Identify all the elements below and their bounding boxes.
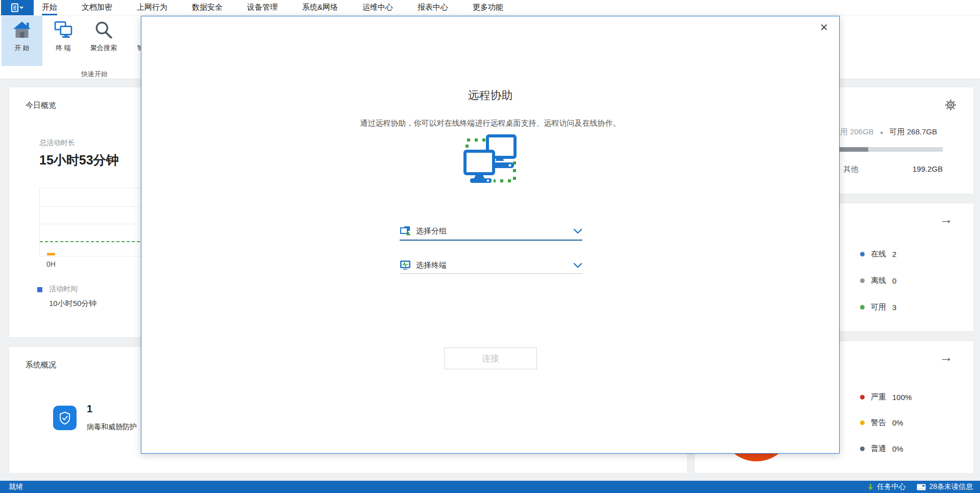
terminal-icon	[53, 21, 74, 38]
online-dot	[860, 252, 865, 256]
system-card-title: 系统概况	[26, 360, 56, 370]
dialog-title: 远程协助	[141, 88, 839, 103]
virus-protection-count: 1	[87, 403, 92, 415]
total-activity-label: 总活动时长	[39, 138, 75, 148]
select-terminal-dropdown[interactable]: 选择终端	[400, 257, 582, 274]
shield-check-icon	[57, 409, 72, 427]
virus-protection-tile[interactable]	[53, 406, 77, 430]
disk-other-label: 其他	[843, 165, 859, 174]
toolbar-terminal-button[interactable]: 终 端	[47, 16, 80, 66]
remote-assist-illustration	[462, 134, 519, 187]
total-activity-value: 15小时53分钟	[39, 152, 119, 169]
available-dot	[860, 305, 865, 310]
dialog-subtitle: 通过远程协助，你可以对在线终端进行远程桌面支持、远程访问及在线协作。	[141, 119, 839, 128]
terminal-card-arrow[interactable]: →	[940, 213, 953, 226]
menu-item-device-mgmt[interactable]: 设备管理	[247, 0, 278, 15]
legend-label: 活动时间	[49, 285, 78, 294]
disk-other-row: 其他 199.2GB	[843, 165, 943, 174]
menu-item-ops-center[interactable]: 运维中心	[362, 0, 393, 15]
offline-label: 离线	[871, 276, 886, 286]
app-menu-icon	[11, 3, 24, 12]
chevron-down-icon	[573, 228, 582, 234]
chart-x-axis-label: 0H	[46, 260, 56, 268]
today-card-title: 今日概览	[26, 101, 56, 110]
menu-item-doc-encrypt[interactable]: 文档加密	[82, 0, 112, 15]
toolbar-search-label: 聚合搜索	[90, 43, 117, 53]
chart-activity-bar	[47, 253, 55, 255]
app-window: 开始 文档加密 上网行为 数据安全 设备管理 系统&网络 运维中心 报表中心 更…	[0, 0, 980, 493]
task-center-label: 任务中心	[877, 482, 905, 491]
close-icon[interactable]: ×	[820, 19, 828, 35]
menu-item-system-network[interactable]: 系统&网络	[302, 0, 338, 15]
available-label: 可用	[871, 302, 886, 312]
task-center-button[interactable]: 任务中心	[867, 482, 905, 491]
menu-item-more[interactable]: 更多功能	[473, 0, 503, 15]
critical-value: 100%	[892, 393, 912, 402]
unread-messages-button[interactable]: 28条未读信息	[917, 482, 973, 491]
app-menu-button[interactable]	[1, 0, 34, 15]
group-icon	[400, 226, 411, 236]
disk-other-value: 199.2GB	[913, 165, 943, 174]
offline-dot	[860, 278, 865, 283]
available-value: 3	[892, 303, 896, 312]
menu-item-web-behavior[interactable]: 上网行为	[137, 0, 167, 15]
download-arrow-icon	[867, 483, 874, 491]
menubar: 开始 文档加密 上网行为 数据安全 设备管理 系统&网络 运维中心 报表中心 更…	[0, 0, 980, 15]
select-group-dropdown[interactable]: 选择分组	[400, 222, 582, 241]
menu-items: 开始 文档加密 上网行为 数据安全 设备管理 系统&网络 运维中心 报表中心 更…	[42, 0, 503, 15]
message-icon	[917, 484, 926, 490]
offline-value: 0	[892, 276, 896, 285]
home-icon	[12, 21, 32, 38]
risk-row: 警告 0%	[860, 418, 903, 428]
virus-protection-label: 病毒和威胁防护	[87, 422, 137, 432]
terminal-monitor-icon	[400, 260, 411, 270]
statusbar: 就绪 任务中心 28条未读信息	[0, 481, 980, 493]
disk-usage-summary: 已用 206GB ● 可用 268.7GB	[832, 127, 937, 137]
toolbar-home-label: 开 始	[14, 43, 30, 53]
toolbar-terminal-label: 终 端	[56, 43, 71, 53]
select-terminal-label: 选择终端	[416, 261, 447, 270]
menu-item-start[interactable]: 开始	[42, 0, 57, 15]
remote-desktop-icon	[462, 134, 519, 185]
online-value: 2	[892, 250, 896, 259]
critical-label: 严重	[871, 392, 886, 402]
unread-messages-label: 28条未读信息	[929, 482, 973, 491]
search-icon	[94, 21, 113, 38]
terminal-status-row: 可用 3	[860, 302, 896, 312]
legend-swatch	[37, 287, 42, 292]
critical-dot	[860, 395, 865, 400]
risk-row: 严重 100%	[860, 392, 912, 402]
select-group-label: 选择分组	[416, 226, 447, 236]
warning-dot	[860, 420, 865, 425]
normal-dot	[860, 447, 865, 451]
status-ready-label: 就绪	[9, 482, 23, 491]
legend-value: 10小时50分钟	[49, 299, 96, 309]
disk-available-label: 可用 268.7GB	[890, 127, 937, 137]
remote-assist-dialog: × 远程协助 通过远程协助，你可以对在线终端进行远程桌面支持、远程访问及在线协作…	[141, 16, 840, 454]
toolbar-home-button[interactable]: 开 始	[2, 16, 42, 66]
gear-icon	[945, 100, 956, 110]
connect-button[interactable]: 连接	[444, 347, 537, 369]
settings-button[interactable]	[945, 100, 956, 112]
warning-value: 0%	[892, 418, 903, 427]
menu-item-report-center[interactable]: 报表中心	[418, 0, 448, 15]
statusbar-right: 任务中心 28条未读信息	[867, 482, 973, 491]
warning-label: 警告	[871, 418, 886, 428]
dot-separator: ●	[880, 129, 884, 135]
terminal-status-row: 在线 2	[860, 249, 896, 259]
normal-label: 普通	[871, 444, 886, 454]
online-label: 在线	[871, 249, 886, 259]
chevron-down-icon	[573, 263, 582, 268]
risk-card-arrow[interactable]: →	[940, 350, 953, 364]
normal-value: 0%	[892, 444, 903, 453]
toolbar-group-label: 快速开始	[71, 69, 117, 79]
terminal-status-row: 离线 0	[860, 276, 896, 286]
risk-row: 普通 0%	[860, 444, 903, 454]
menu-item-data-security[interactable]: 数据安全	[192, 0, 223, 15]
toolbar-search-button[interactable]: 聚合搜索	[82, 16, 126, 66]
